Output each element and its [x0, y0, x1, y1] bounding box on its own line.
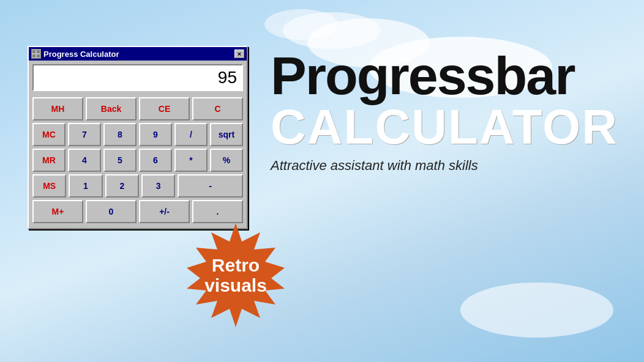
title-calculator: CALCULATOR: [271, 103, 626, 152]
btn-c[interactable]: C: [192, 97, 243, 120]
btn-sqrt[interactable]: sqrt: [210, 123, 243, 146]
titlebar: Progress Calculator ×: [29, 47, 247, 61]
btn-7[interactable]: 7: [68, 123, 101, 146]
svg-rect-0: [32, 50, 36, 53]
svg-rect-3: [37, 54, 40, 57]
subtitle: Attractive assistant with math skills: [271, 158, 626, 174]
window-title: Progress Calculator: [43, 50, 232, 59]
retro-badge: Retro visuals: [181, 220, 291, 330]
titlebar-icon: [31, 49, 41, 59]
display: 95: [32, 64, 243, 91]
btn-multiply[interactable]: *: [174, 149, 208, 172]
row-4: MS 1 2 3 -: [32, 174, 243, 198]
badge-text: Retro visuals: [181, 220, 291, 330]
btn-back[interactable]: Back: [86, 97, 137, 120]
row-3: MR 4 5 6 * %: [32, 149, 243, 172]
btn-1[interactable]: 1: [69, 174, 102, 198]
btn-5[interactable]: 5: [103, 149, 137, 172]
title-progressbar: Progressbar: [271, 49, 626, 103]
btn-mc[interactable]: MC: [32, 123, 66, 146]
btn-percent[interactable]: %: [210, 149, 243, 172]
btn-mplus[interactable]: M+: [32, 200, 83, 223]
badge-line1: Retro: [212, 255, 260, 275]
btn-divide[interactable]: /: [174, 123, 208, 146]
svg-rect-1: [37, 50, 40, 53]
btn-mh[interactable]: MH: [32, 97, 83, 120]
btn-0[interactable]: 0: [86, 200, 137, 223]
btn-3[interactable]: 3: [141, 174, 175, 198]
btn-subtract[interactable]: -: [178, 174, 243, 198]
svg-rect-2: [32, 54, 36, 57]
btn-4[interactable]: 4: [68, 149, 101, 172]
btn-mr[interactable]: MR: [32, 149, 66, 172]
cloud-5: [460, 283, 613, 338]
button-grid: MH Back CE C MC 7 8 9 / sqrt MR 4 5 6 * …: [29, 95, 247, 228]
row-1: MH Back CE C: [32, 97, 243, 120]
btn-9[interactable]: 9: [139, 123, 172, 146]
close-button[interactable]: ×: [234, 50, 244, 58]
cloud-4: [264, 9, 338, 40]
row-2: MC 7 8 9 / sqrt: [32, 123, 243, 146]
btn-2[interactable]: 2: [105, 174, 139, 198]
btn-6[interactable]: 6: [139, 149, 172, 172]
badge-line2: visuals: [204, 275, 267, 295]
btn-8[interactable]: 8: [103, 123, 137, 146]
btn-ms[interactable]: MS: [32, 174, 66, 198]
calculator-window: Progress Calculator × 95 MH Back CE C MC…: [28, 46, 248, 229]
btn-ce[interactable]: CE: [139, 97, 190, 120]
right-panel: Progressbar CALCULATOR Attractive assist…: [271, 49, 626, 174]
